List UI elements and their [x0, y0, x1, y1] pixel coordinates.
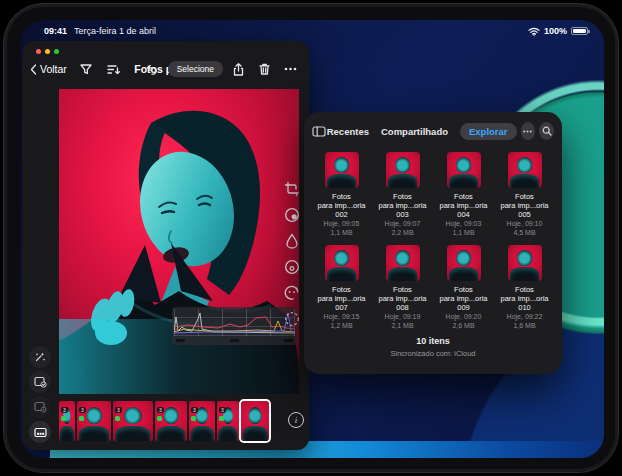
histogram-panel [172, 307, 297, 345]
filmstrip-toggle-button[interactable] [29, 421, 51, 443]
browser-tabs: Recentes Compartilhado Explorar [327, 123, 517, 140]
sync-dot-icon [61, 416, 66, 421]
close-window-icon[interactable] [36, 49, 41, 54]
wifi-icon [528, 27, 540, 36]
filter-button[interactable] [75, 59, 97, 79]
search-icon [542, 126, 552, 136]
auto-enhance-button[interactable] [29, 346, 51, 368]
tab-recentes[interactable]: Recentes [327, 126, 369, 137]
edit-tools-column [283, 180, 301, 328]
file-item[interactable]: Fotospara imp...oria 004 Hoje, 09:03 1,1… [436, 152, 491, 237]
ellipsis-icon [523, 130, 532, 133]
clone-icon [284, 259, 300, 275]
sync-dot-icon [219, 416, 224, 421]
file-thumbnail[interactable] [325, 152, 359, 188]
rating-badge: 3 [219, 407, 226, 413]
crop-enhance-tool[interactable] [283, 180, 301, 198]
file-item[interactable]: Fotospara imp...oria 010 Hoje, 09:22 1,6… [497, 245, 552, 330]
sidebar-toggle-button[interactable] [312, 121, 327, 141]
back-button[interactable]: Voltar [30, 63, 67, 75]
sync-dot-icon [115, 416, 120, 421]
file-thumbnail[interactable] [325, 245, 359, 281]
delete-button[interactable] [253, 59, 275, 79]
magic-wand-icon [34, 351, 46, 363]
file-thumbnail[interactable] [386, 152, 420, 188]
file-item[interactable]: Fotospara imp...oria 007 Hoje, 09:15 1,2… [314, 245, 369, 330]
filmstrip-thumb[interactable]: 3 [155, 401, 187, 441]
sync-dot-icon [79, 416, 84, 421]
file-item[interactable]: Fotospara imp...oria 008 Hoje, 09:19 2,1… [375, 245, 430, 330]
filmstrip: 3 3 3 3 3 3 [59, 400, 269, 442]
browser-footer: 10 itens Sincronizado com: iCloud [304, 336, 562, 358]
filmstrip-thumb[interactable]: 3 [113, 401, 153, 441]
file-thumbnail[interactable] [508, 245, 542, 281]
window-controls[interactable] [36, 49, 59, 54]
tab-compartilhado[interactable]: Compartilhado [381, 126, 448, 137]
selection-icon [284, 311, 300, 327]
sort-button[interactable] [103, 59, 125, 79]
retouch-icon [284, 285, 300, 301]
file-thumbnail[interactable] [386, 245, 420, 281]
funnel-icon [80, 64, 92, 75]
share-button[interactable] [227, 59, 249, 79]
portrait-photo [59, 89, 299, 394]
photo-canvas[interactable] [59, 89, 299, 394]
rating-badge: 3 [79, 407, 86, 413]
save-photo-button[interactable] [29, 371, 51, 393]
clock: 09:41 [44, 26, 67, 36]
filmstrip-thumb[interactable]: 3 [77, 401, 111, 441]
search-button[interactable] [539, 122, 554, 140]
file-item[interactable]: Fotospara imp...oria 005 Hoje, 09:10 4,5… [497, 152, 552, 237]
file-item[interactable]: Fotospara imp...oria 009 Hoje, 09:20 2,6… [436, 245, 491, 330]
repair-tool[interactable] [283, 232, 301, 250]
select-button[interactable]: Selecione [168, 61, 223, 77]
zoom-window-icon[interactable] [54, 49, 59, 54]
battery-percent: 100% [544, 26, 567, 36]
rating-badge: 3 [61, 407, 68, 413]
photo-editor-window: Fotos para... Voltar [22, 41, 309, 450]
color-adjust-icon [284, 207, 300, 223]
histogram-ticks [176, 339, 293, 343]
rating-badge: 3 [191, 407, 198, 413]
pending-export-button[interactable] [29, 396, 51, 418]
selection-tool[interactable] [283, 310, 301, 328]
share-icon [233, 63, 244, 76]
info-button[interactable]: i [288, 412, 304, 428]
file-thumbnail[interactable] [508, 152, 542, 188]
chevron-left-icon [30, 64, 37, 75]
screen: 09:41 Terça-feira 1 de abril 100% Fotos … [20, 20, 604, 458]
sync-status: Sincronizado com: iCloud [304, 349, 562, 358]
minimize-window-icon[interactable] [45, 49, 50, 54]
filmstrip-thumb[interactable]: 3 [59, 401, 75, 441]
filmstrip-icon [34, 427, 47, 438]
status-bar: 09:41 Terça-feira 1 de abril 100% [20, 23, 604, 39]
ipad-device: 09:41 Terça-feira 1 de abril 100% Fotos … [3, 3, 619, 473]
photo-check-icon [34, 376, 47, 388]
browser-more-button[interactable] [521, 122, 536, 140]
file-grid: Fotospara imp...oria 002 Hoje, 09:05 1,1… [314, 152, 552, 330]
file-item[interactable]: Fotospara imp...oria 003 Hoje, 09:07 2,2… [375, 152, 430, 237]
sync-dot-icon [157, 416, 162, 421]
photo-gear-icon [34, 401, 47, 413]
rating-badge: 3 [157, 407, 164, 413]
retouch-tool[interactable] [283, 284, 301, 302]
tab-explorar[interactable]: Explorar [460, 123, 517, 140]
filmstrip-thumb-selected[interactable] [241, 401, 269, 441]
sync-dot-icon [191, 416, 196, 421]
filmstrip-thumb[interactable]: 3 [217, 401, 239, 441]
histogram-curves [174, 309, 295, 334]
clone-tool[interactable] [283, 258, 301, 276]
sidebar-icon [312, 126, 326, 137]
repair-icon [284, 233, 300, 249]
color-adjust-tool[interactable] [283, 206, 301, 224]
filmstrip-thumb[interactable]: 3 [189, 401, 215, 441]
undo-icon [146, 64, 159, 75]
crop-enhance-icon [284, 181, 300, 197]
item-count: 10 itens [304, 336, 562, 346]
file-thumbnail[interactable] [447, 152, 481, 188]
file-thumbnail[interactable] [447, 245, 481, 281]
undo-button[interactable] [142, 59, 164, 79]
more-button[interactable] [279, 59, 301, 79]
file-item[interactable]: Fotospara imp...oria 002 Hoje, 09:05 1,1… [314, 152, 369, 237]
status-date: Terça-feira 1 de abril [74, 26, 156, 36]
